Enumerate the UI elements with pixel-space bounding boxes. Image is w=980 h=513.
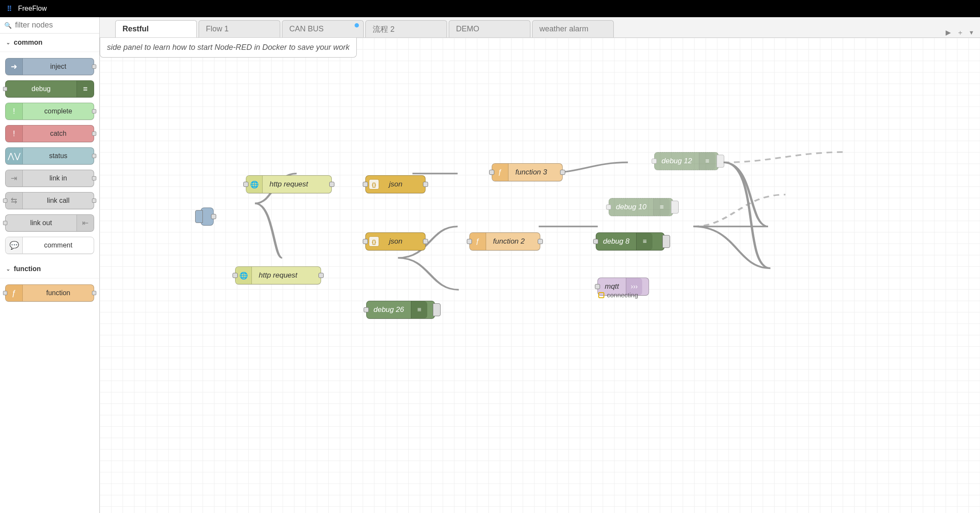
port-out[interactable] [329,182,334,187]
palette-node-link-call[interactable]: ⇆link call [5,192,94,209]
flow-node-debug10[interactable]: debug 10≡ [609,198,673,216]
palette-node-function[interactable]: ƒfunction [5,284,94,302]
canvas-tip-text: side panel to learn how to start Node-RE… [107,43,349,52]
palette-node-debug[interactable]: debug≡ [5,80,94,98]
flow-node-label: debug 26 [367,305,411,314]
palette-node-link-in[interactable]: ⇥link in [5,170,94,187]
palette-filter-input[interactable] [15,21,95,30]
debug-toggle-button[interactable] [671,201,679,214]
palette-node-label: link out [6,219,77,227]
flow-node-http2[interactable]: 🌐http request [235,266,321,284]
flow-node-http1[interactable]: 🌐http request [246,175,332,193]
palette-category-common[interactable]: ⌄ common [0,34,99,52]
palette-node-link-out[interactable]: link out⇤ [5,214,94,232]
debug-toggle-button[interactable] [433,303,441,316]
tab-Restful[interactable]: Restful [115,20,197,37]
flow-node-label: debug 12 [655,157,699,165]
search-icon: 🔍 [4,22,12,29]
port-in[interactable] [467,239,472,244]
palette-node-label: complete [23,107,94,115]
debug-bars-icon: ≡ [411,301,427,318]
port-in[interactable] [363,182,368,187]
node-palette: 🔍 ⌄ common➜injectdebug≡!complete!catch⋀⋁… [0,17,100,513]
port-out[interactable] [423,239,428,244]
port-out[interactable] [423,182,428,187]
workspace: RestfulFlow 1CAN BUS流程 2DEMOweather alar… [100,17,980,513]
dirty-dot-icon [355,23,359,27]
json-braces-icon: {} [369,179,379,189]
palette-search: 🔍 [0,17,99,34]
flow-node-json2[interactable]: {}json [365,232,426,250]
flow-canvas[interactable]: side panel to learn how to start Node-RE… [100,38,980,513]
flow-node-label: http request [252,271,304,280]
palette-node-label: comment [23,241,94,249]
tab-label: Restful [122,24,149,34]
tab-label: CAN BUS [289,24,324,34]
debug-toggle-button[interactable] [662,235,670,248]
palette-node-label: status [23,152,94,160]
exclaim-icon: ! [6,103,23,119]
flow-node-func3[interactable]: ƒfunction 3 [492,163,563,181]
canvas-tip: side panel to learn how to start Node-RE… [100,38,357,58]
port-out [92,198,96,203]
globe-icon: 🌐 [246,176,263,193]
flow-node-debug8[interactable]: debug 8≡ [596,232,665,250]
palette-category-function[interactable]: ⌄ function [0,260,99,278]
port-out[interactable] [318,273,324,278]
link-call-icon: ⇆ [6,192,23,209]
port-in[interactable] [233,273,238,278]
port-in[interactable] [606,205,611,210]
flow-node-debug26[interactable]: debug 26≡ [366,301,435,319]
tab-流程-2[interactable]: 流程 2 [365,20,447,37]
tab-DEMO[interactable]: DEMO [449,20,530,37]
palette-node-label: link in [23,174,94,182]
debug-toggle-button[interactable] [717,155,724,168]
flow-node-label: json [382,180,409,189]
app-title: FreeFlow [18,5,47,12]
port-in[interactable] [489,170,494,175]
status-pulse-icon: ⋀⋁ [6,148,23,164]
flow-node-func2[interactable]: ƒfunction 2 [469,232,540,250]
logo-icon: ⠿ [7,5,13,13]
port-in [3,198,7,203]
palette-node-complete[interactable]: !complete [5,103,94,120]
port-out[interactable] [538,239,543,244]
tab-menu-button[interactable]: ▾ [970,28,973,37]
inject-trigger-button[interactable] [195,210,203,223]
flow-node-debug12[interactable]: debug 12≡ [654,152,719,170]
tab-label: Flow 1 [206,24,229,34]
link-out-icon: ⇤ [77,215,94,231]
tab-bar: RestfulFlow 1CAN BUS流程 2DEMOweather alar… [100,17,980,38]
comment-icon: 💬 [6,237,23,253]
port-in[interactable] [593,239,598,244]
palette-node-inject[interactable]: ➜inject [5,58,94,75]
tab-Flow-1[interactable]: Flow 1 [199,20,280,37]
palette-node-catch[interactable]: !catch [5,125,94,142]
tab-CAN-BUS[interactable]: CAN BUS [282,20,364,37]
port-in[interactable] [652,159,657,164]
flow-node-inject[interactable] [201,208,214,226]
port-in[interactable] [363,239,368,244]
port-out[interactable] [560,170,565,175]
debug-bars-icon: ≡ [699,153,715,170]
palette-node-status[interactable]: ⋀⋁status [5,147,94,165]
port-out[interactable] [211,214,216,219]
app-header: ⠿ FreeFlow [0,0,980,17]
port-out [92,64,96,69]
chevron-down-icon: ⌄ [6,266,10,272]
port-out [92,131,96,136]
debug-bars-icon: ≡ [636,233,652,250]
mqtt-status: connecting [598,291,638,299]
port-in[interactable] [364,307,369,312]
port-in[interactable] [243,182,248,187]
function-f-icon: ƒ [492,164,508,181]
flow-list-button[interactable]: ▶ [946,28,951,37]
palette-node-label: link call [23,197,94,205]
palette-node-comment[interactable]: 💬comment [5,237,94,254]
palette-node-label: inject [23,63,94,70]
tab-weather-alarm[interactable]: weather alarm [532,20,614,37]
port-in[interactable] [595,284,600,289]
palette-node-label: debug [6,85,77,93]
flow-node-json1[interactable]: {}json [365,175,426,193]
add-tab-button[interactable]: ＋ [957,28,964,37]
